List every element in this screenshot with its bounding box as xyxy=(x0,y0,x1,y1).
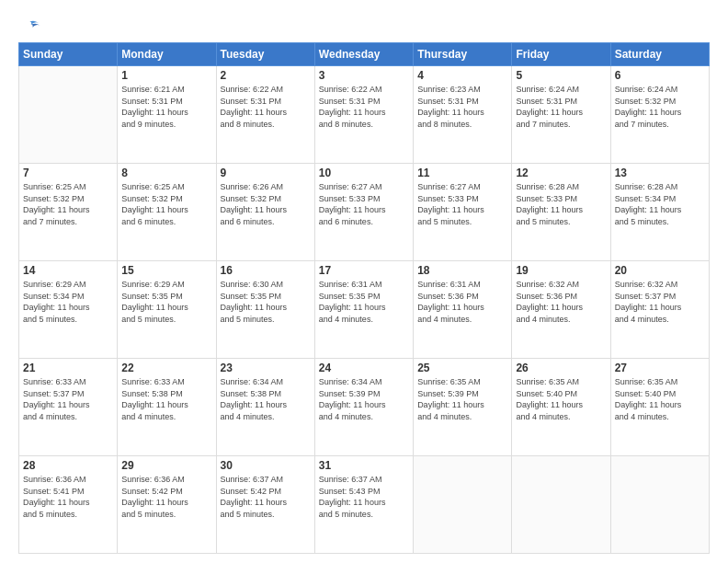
calendar-cell: 13Sunrise: 6:28 AMSunset: 5:34 PMDayligh… xyxy=(610,164,709,261)
day-number: 9 xyxy=(221,167,311,179)
calendar-cell xyxy=(512,456,610,554)
day-info: Sunrise: 6:36 AMSunset: 5:41 PMDaylight:… xyxy=(23,474,113,520)
logo-icon xyxy=(20,17,40,37)
day-number: 20 xyxy=(615,264,705,277)
day-info: Sunrise: 6:25 AMSunset: 5:32 PMDaylight:… xyxy=(23,181,113,227)
calendar-cell: 16Sunrise: 6:30 AMSunset: 5:35 PMDayligh… xyxy=(216,261,314,359)
day-info: Sunrise: 6:33 AMSunset: 5:38 PMDaylight:… xyxy=(121,376,211,422)
day-number: 3 xyxy=(319,69,409,82)
calendar-cell: 15Sunrise: 6:29 AMSunset: 5:35 PMDayligh… xyxy=(118,261,216,359)
day-number: 19 xyxy=(516,264,606,277)
weekday-header-monday: Monday xyxy=(118,43,216,66)
weekday-header-wednesday: Wednesday xyxy=(314,43,413,66)
day-info: Sunrise: 6:23 AMSunset: 5:31 PMDaylight:… xyxy=(417,84,507,130)
day-number: 24 xyxy=(319,362,409,374)
day-number: 2 xyxy=(221,69,311,82)
day-info: Sunrise: 6:22 AMSunset: 5:31 PMDaylight:… xyxy=(221,84,311,130)
day-info: Sunrise: 6:29 AMSunset: 5:35 PMDaylight:… xyxy=(121,279,211,325)
day-number: 13 xyxy=(615,167,705,179)
calendar-cell: 21Sunrise: 6:33 AMSunset: 5:37 PMDayligh… xyxy=(19,359,118,456)
day-info: Sunrise: 6:35 AMSunset: 5:40 PMDaylight:… xyxy=(615,376,705,422)
day-number: 5 xyxy=(516,69,606,82)
weekday-header-tuesday: Tuesday xyxy=(216,43,314,66)
calendar-cell: 7Sunrise: 6:25 AMSunset: 5:32 PMDaylight… xyxy=(19,164,118,261)
calendar-cell: 18Sunrise: 6:31 AMSunset: 5:36 PMDayligh… xyxy=(414,261,512,359)
day-number: 12 xyxy=(516,167,606,179)
calendar-cell: 14Sunrise: 6:29 AMSunset: 5:34 PMDayligh… xyxy=(19,261,118,359)
day-info: Sunrise: 6:24 AMSunset: 5:32 PMDaylight:… xyxy=(615,84,705,130)
day-number: 7 xyxy=(23,167,113,179)
weekday-header-thursday: Thursday xyxy=(414,43,512,66)
day-info: Sunrise: 6:30 AMSunset: 5:35 PMDaylight:… xyxy=(221,279,311,325)
calendar-cell: 8Sunrise: 6:25 AMSunset: 5:32 PMDaylight… xyxy=(118,164,216,261)
day-info: Sunrise: 6:34 AMSunset: 5:38 PMDaylight:… xyxy=(221,376,311,422)
calendar-cell: 11Sunrise: 6:27 AMSunset: 5:33 PMDayligh… xyxy=(414,164,512,261)
calendar-cell: 29Sunrise: 6:36 AMSunset: 5:42 PMDayligh… xyxy=(118,456,216,554)
calendar-cell: 1Sunrise: 6:21 AMSunset: 5:31 PMDaylight… xyxy=(118,66,216,164)
header xyxy=(18,17,710,33)
calendar-cell: 23Sunrise: 6:34 AMSunset: 5:38 PMDayligh… xyxy=(216,359,314,456)
day-info: Sunrise: 6:22 AMSunset: 5:31 PMDaylight:… xyxy=(319,84,409,130)
day-info: Sunrise: 6:21 AMSunset: 5:31 PMDaylight:… xyxy=(121,84,211,130)
day-number: 22 xyxy=(121,362,211,374)
week-row-5: 28Sunrise: 6:36 AMSunset: 5:41 PMDayligh… xyxy=(19,456,710,554)
day-info: Sunrise: 6:31 AMSunset: 5:36 PMDaylight:… xyxy=(417,279,507,325)
day-number: 30 xyxy=(221,459,311,472)
week-row-3: 14Sunrise: 6:29 AMSunset: 5:34 PMDayligh… xyxy=(19,261,710,359)
day-info: Sunrise: 6:25 AMSunset: 5:32 PMDaylight:… xyxy=(121,181,211,227)
calendar-cell: 10Sunrise: 6:27 AMSunset: 5:33 PMDayligh… xyxy=(314,164,413,261)
calendar-cell: 17Sunrise: 6:31 AMSunset: 5:35 PMDayligh… xyxy=(314,261,413,359)
day-number: 26 xyxy=(516,362,606,374)
day-number: 16 xyxy=(221,264,311,277)
day-info: Sunrise: 6:32 AMSunset: 5:37 PMDaylight:… xyxy=(615,279,705,325)
calendar-cell xyxy=(414,456,512,554)
calendar-cell: 28Sunrise: 6:36 AMSunset: 5:41 PMDayligh… xyxy=(19,456,118,554)
day-info: Sunrise: 6:35 AMSunset: 5:39 PMDaylight:… xyxy=(417,376,507,422)
weekday-header-saturday: Saturday xyxy=(610,43,709,66)
day-number: 29 xyxy=(121,459,211,472)
day-number: 21 xyxy=(23,362,113,374)
day-number: 1 xyxy=(121,69,211,82)
weekday-header-sunday: Sunday xyxy=(19,43,118,66)
day-number: 10 xyxy=(319,167,409,179)
day-number: 27 xyxy=(615,362,705,374)
day-info: Sunrise: 6:35 AMSunset: 5:40 PMDaylight:… xyxy=(516,376,606,422)
logo xyxy=(18,17,40,33)
day-info: Sunrise: 6:29 AMSunset: 5:34 PMDaylight:… xyxy=(23,279,113,325)
calendar-cell: 20Sunrise: 6:32 AMSunset: 5:37 PMDayligh… xyxy=(610,261,709,359)
day-info: Sunrise: 6:33 AMSunset: 5:37 PMDaylight:… xyxy=(23,376,113,422)
day-number: 14 xyxy=(23,264,113,277)
weekday-header-row: SundayMondayTuesdayWednesdayThursdayFrid… xyxy=(19,43,710,66)
day-number: 23 xyxy=(221,362,311,374)
day-number: 31 xyxy=(319,459,409,472)
calendar-cell: 25Sunrise: 6:35 AMSunset: 5:39 PMDayligh… xyxy=(414,359,512,456)
calendar-cell: 19Sunrise: 6:32 AMSunset: 5:36 PMDayligh… xyxy=(512,261,610,359)
day-number: 28 xyxy=(23,459,113,472)
day-info: Sunrise: 6:34 AMSunset: 5:39 PMDaylight:… xyxy=(319,376,409,422)
day-info: Sunrise: 6:26 AMSunset: 5:32 PMDaylight:… xyxy=(221,181,311,227)
day-info: Sunrise: 6:28 AMSunset: 5:33 PMDaylight:… xyxy=(516,181,606,227)
day-number: 11 xyxy=(417,167,507,179)
day-number: 15 xyxy=(121,264,211,277)
day-number: 17 xyxy=(319,264,409,277)
calendar-cell: 2Sunrise: 6:22 AMSunset: 5:31 PMDaylight… xyxy=(216,66,314,164)
calendar-cell: 9Sunrise: 6:26 AMSunset: 5:32 PMDaylight… xyxy=(216,164,314,261)
day-info: Sunrise: 6:37 AMSunset: 5:42 PMDaylight:… xyxy=(221,474,311,520)
calendar-cell: 26Sunrise: 6:35 AMSunset: 5:40 PMDayligh… xyxy=(512,359,610,456)
calendar-cell: 4Sunrise: 6:23 AMSunset: 5:31 PMDaylight… xyxy=(414,66,512,164)
day-number: 6 xyxy=(615,69,705,82)
calendar-table: SundayMondayTuesdayWednesdayThursdayFrid… xyxy=(18,42,710,554)
week-row-4: 21Sunrise: 6:33 AMSunset: 5:37 PMDayligh… xyxy=(19,359,710,456)
calendar-cell: 22Sunrise: 6:33 AMSunset: 5:38 PMDayligh… xyxy=(118,359,216,456)
day-info: Sunrise: 6:31 AMSunset: 5:35 PMDaylight:… xyxy=(319,279,409,325)
calendar-cell xyxy=(610,456,709,554)
day-info: Sunrise: 6:36 AMSunset: 5:42 PMDaylight:… xyxy=(121,474,211,520)
day-info: Sunrise: 6:32 AMSunset: 5:36 PMDaylight:… xyxy=(516,279,606,325)
day-info: Sunrise: 6:28 AMSunset: 5:34 PMDaylight:… xyxy=(615,181,705,227)
page: SundayMondayTuesdayWednesdayThursdayFrid… xyxy=(0,0,728,563)
calendar-cell: 6Sunrise: 6:24 AMSunset: 5:32 PMDaylight… xyxy=(610,66,709,164)
day-number: 8 xyxy=(121,167,211,179)
day-info: Sunrise: 6:37 AMSunset: 5:43 PMDaylight:… xyxy=(319,474,409,520)
week-row-2: 7Sunrise: 6:25 AMSunset: 5:32 PMDaylight… xyxy=(19,164,710,261)
day-number: 25 xyxy=(417,362,507,374)
